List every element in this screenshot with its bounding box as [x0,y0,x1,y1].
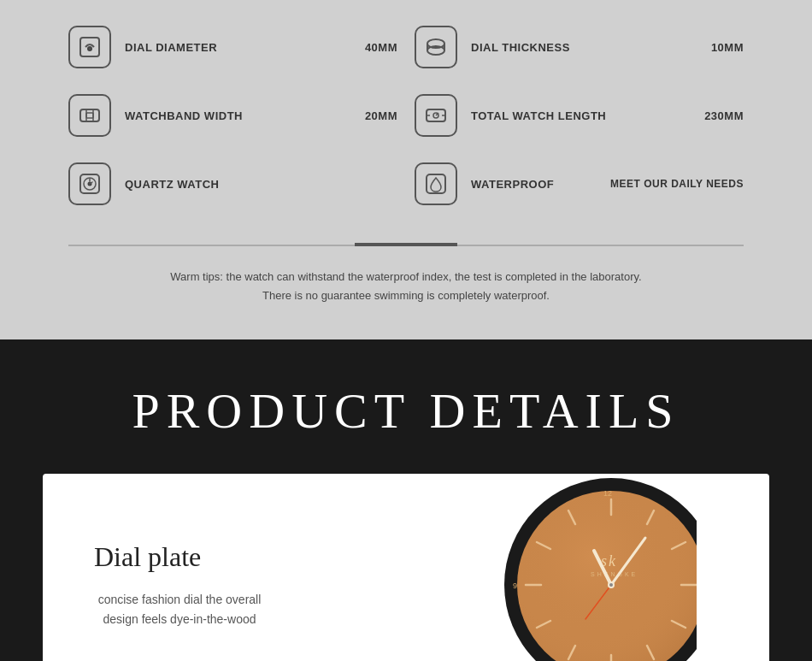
watch-card-desc-line2: design feels dye-in-the-wood [94,610,265,629]
watch-face-svg: sk SHENGKE 12 3 6 9 [338,474,697,661]
waterproof-label: WATERPROOF [471,178,583,191]
divider-container [68,239,744,246]
product-details-title: PRODUCT DETAILS [0,382,812,474]
dial-diameter-icon [68,26,111,68]
watch-card-subtitle: Dial plate [94,541,265,573]
warm-tips-section: Warm tips: the watch can withstand the w… [0,246,812,339]
watchband-width-value: 20MM [365,109,397,122]
watchband-width-icon [68,94,111,137]
svg-text:SHENGKE: SHENGKE [591,571,638,577]
watch-card-desc-line1: concise fashion dial the overall [94,590,265,609]
watch-face-image: sk SHENGKE 12 3 6 9 [265,474,769,661]
divider-right [457,245,744,246]
watch-card-text: Dial plate concise fashion dial the over… [43,507,265,661]
waterproof-icon [415,162,457,205]
total-watch-length-icon [415,94,457,137]
quartz-watch-label: QUARTZ WATCH [125,178,397,191]
svg-rect-4 [80,109,99,121]
svg-rect-7 [86,113,93,118]
quartz-watch-icon [68,162,111,205]
spec-row-total-watch-length: TOTAL WATCH LENGTH 230MM [415,86,744,145]
dial-thickness-icon [415,26,457,68]
waterproof-svg [424,172,448,196]
watchband-width-svg [78,103,102,127]
total-watch-length-label: TOTAL WATCH LENGTH [471,109,684,122]
dial-thickness-value: 10MM [711,41,744,54]
svg-text:12: 12 [603,489,612,498]
spec-row-dial-thickness: DIAL THICKNESS 10MM [415,17,744,77]
divider-left [68,245,355,246]
watch-card: Dial plate concise fashion dial the over… [43,474,769,661]
quartz-watch-svg [78,172,102,196]
waterproof-value: MEET OUR DAILY NEEDS [610,178,744,190]
spec-row-quartz-watch: QUARTZ WATCH [68,154,397,214]
watchband-width-label: WATCHBAND WIDTH [125,109,344,122]
product-details-section: PRODUCT DETAILS Dial plate concise fashi… [0,339,812,661]
watch-card-desc: concise fashion dial the overall design … [94,590,265,629]
svg-text:9: 9 [513,581,517,590]
specs-section: DIAL DIAMETER 40MM DIAL THICKNESS 10MM [0,0,812,239]
spec-row-dial-diameter: DIAL DIAMETER 40MM [68,17,397,77]
total-watch-length-value: 230MM [704,109,744,122]
svg-point-1 [88,47,91,50]
divider-center-tab [355,243,457,246]
dial-diameter-value: 40MM [365,41,397,54]
dial-diameter-svg [78,35,102,59]
warm-tips-line2: There is no guarantee swimming is comple… [68,286,744,305]
dial-thickness-svg [424,35,448,59]
warm-tips-line1: Warm tips: the watch can withstand the w… [68,268,744,286]
total-watch-length-svg [424,103,448,127]
specs-grid: DIAL DIAMETER 40MM DIAL THICKNESS 10MM [68,17,744,214]
svg-point-39 [609,583,613,587]
dial-thickness-label: DIAL THICKNESS [471,41,691,54]
spec-row-watchband-width: WATCHBAND WIDTH 20MM [68,86,397,145]
dial-diameter-label: DIAL DIAMETER [125,41,344,54]
divider-area [0,239,812,246]
spec-row-waterproof: WATERPROOF MEET OUR DAILY NEEDS [415,154,744,214]
